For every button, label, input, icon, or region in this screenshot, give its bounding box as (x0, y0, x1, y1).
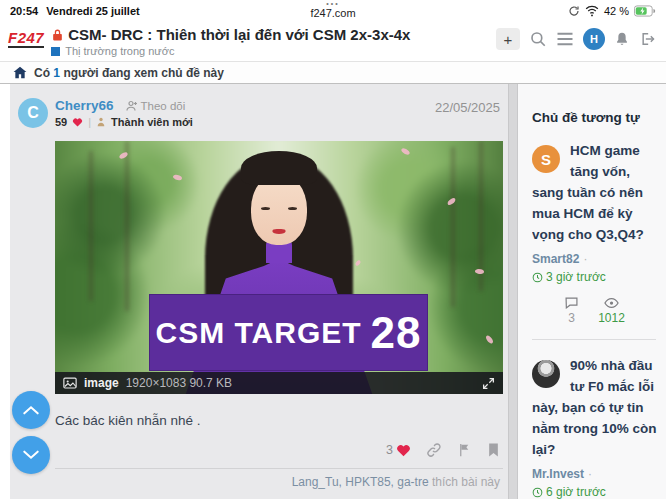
status-date: Vendredi 25 juillet (46, 5, 140, 17)
topic-time: 6 giờ trước (532, 485, 606, 499)
category-color-square (51, 47, 60, 56)
expand-icon[interactable] (482, 377, 495, 390)
clock-icon (532, 272, 543, 283)
battery-charging-icon (634, 5, 656, 17)
sidebar-heading: Chủ đề tương tự (532, 110, 658, 125)
header-actions: + H (496, 26, 656, 50)
woman-hair-front (241, 151, 317, 185)
member-badge-icon (96, 117, 106, 127)
timeline-scroll-gutter[interactable] (508, 84, 518, 499)
new-topic-button[interactable]: + (496, 28, 520, 50)
topic-stats: 3 1012 (532, 297, 658, 325)
scroll-down-button[interactable] (12, 436, 50, 474)
image-label: image (84, 376, 119, 390)
topic-meta: Mr.Invest · 6 giờ trước (532, 467, 658, 499)
user-avatar[interactable]: H (583, 28, 605, 50)
lock-icon (51, 28, 64, 42)
sync-icon (568, 5, 580, 17)
post-header: C Cherry66 Theo dõi 22/05/2025 59 | (10, 84, 508, 128)
likes-count-badge: 59 (55, 116, 67, 128)
clock-icon (532, 487, 543, 498)
poster-username[interactable]: Cherry66 (55, 98, 114, 113)
search-icon[interactable] (529, 30, 547, 48)
bell-icon[interactable] (614, 31, 630, 48)
suggested-topic[interactable]: S HCM game tăng vốn, sang tuần có nên mu… (532, 140, 658, 340)
scroll-up-button[interactable] (12, 391, 50, 429)
category-label[interactable]: Thị trường trong nước (65, 45, 174, 57)
views-icon (604, 297, 619, 309)
share-link-icon[interactable] (426, 442, 442, 458)
topic-avatar[interactable]: S (532, 145, 560, 173)
topic-meta: Smart82 · 3 giờ trước (532, 252, 658, 284)
like-count[interactable]: 3 (386, 443, 411, 457)
topic-time: 3 giờ trước (532, 270, 606, 284)
viewing-bar: Có 1 người đang xem chủ đề này (0, 62, 666, 84)
forum-header: F247 CSM- DRC : Thiên thời lại đến với C… (0, 20, 666, 62)
status-indicators: 42 % (568, 3, 656, 17)
poster-badges: 59 | Thành viên mới (55, 116, 500, 128)
banner-number: 28 (371, 308, 422, 358)
post-image[interactable]: CSM TARGET 28 image 1920×1083 90.7 KB (55, 141, 503, 394)
reaction-bar: 3 (10, 442, 500, 458)
follow-button[interactable]: Theo dõi (126, 100, 186, 112)
wifi-icon (585, 5, 599, 17)
replies-count: 3 (568, 311, 575, 325)
heart-icon (72, 117, 83, 127)
heart-reaction-icon[interactable] (396, 443, 411, 457)
post-date: 22/05/2025 (435, 100, 500, 115)
sidebar-divider (532, 339, 656, 340)
image-icon (63, 377, 77, 389)
hamburger-menu-icon[interactable] (556, 31, 574, 47)
suggested-topic[interactable]: 90% nhà đầu tư F0 mắc lỗi này, bạn có tự… (532, 355, 658, 499)
post-divider (55, 468, 503, 469)
content-area: C Cherry66 Theo dõi 22/05/2025 59 | (0, 84, 666, 499)
target-banner: CSM TARGET 28 (149, 294, 428, 371)
bookmark-icon[interactable] (487, 442, 500, 458)
suggested-topics-sidebar: Chủ đề tương tự S HCM game tăng vốn, san… (518, 84, 666, 499)
banner-text: CSM TARGET (155, 316, 361, 350)
replies-icon (565, 297, 578, 309)
member-badge-label: Thành viên mới (111, 116, 193, 128)
page-title[interactable]: CSM- DRC : Thiên thời lại đến với CSM 2x… (68, 26, 410, 43)
topic-title-block: CSM- DRC : Thiên thời lại đến với CSM 2x… (51, 26, 410, 57)
status-bar: 20:54 Vendredi 25 juillet ••• f247.com 4… (0, 0, 666, 20)
flag-icon[interactable] (457, 442, 472, 458)
current-url[interactable]: f247.com (310, 7, 355, 19)
left-gutter (0, 84, 10, 499)
tree-trunk (125, 141, 129, 311)
topic-author[interactable]: Smart82 (532, 252, 579, 266)
post-column: C Cherry66 Theo dõi 22/05/2025 59 | (10, 84, 508, 499)
topic-avatar[interactable] (532, 360, 560, 388)
post-body-text: Các bác kiên nhẫn nhé . (55, 413, 503, 428)
home-icon[interactable] (13, 66, 27, 79)
viewer-count: 1 (53, 66, 60, 80)
user-plus-icon (126, 100, 138, 111)
status-time-date: 20:54 Vendredi 25 juillet (10, 3, 140, 17)
battery-percent: 42 % (604, 5, 629, 17)
poster-avatar[interactable]: C (18, 98, 48, 128)
tree-trunk (451, 147, 455, 307)
liked-by-users[interactable]: Lang_Tu, HPKT85, ga-tre (292, 475, 429, 489)
tab-dots: ••• (326, 0, 339, 7)
topic-author[interactable]: Mr.Invest (532, 467, 584, 481)
viewing-text: Có 1 người đang xem chủ đề này (34, 66, 224, 80)
liked-by-line: Lang_Tu, HPKT85, ga-tre thích bài này (10, 475, 500, 489)
image-meta: 1920×1083 90.7 KB (126, 376, 232, 390)
image-caption-bar[interactable]: image 1920×1083 90.7 KB (55, 372, 503, 394)
site-logo[interactable]: F247 (8, 29, 44, 48)
logout-icon[interactable] (639, 31, 656, 47)
status-time: 20:54 (10, 5, 38, 17)
tree-trunk (89, 151, 93, 301)
views-count: 1012 (598, 311, 625, 325)
